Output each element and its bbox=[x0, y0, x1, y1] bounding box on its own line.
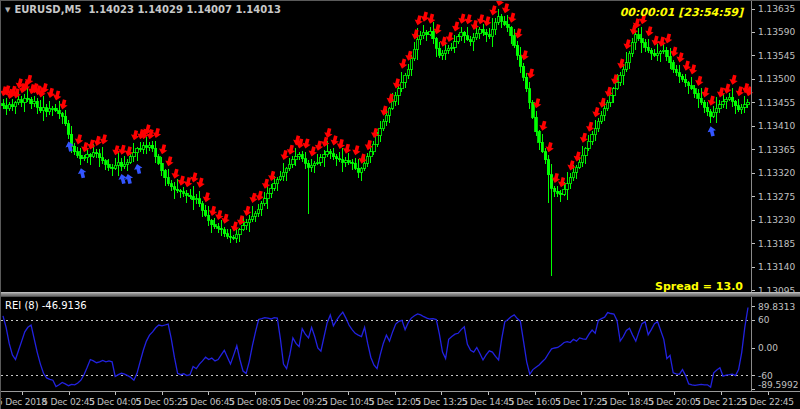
sell-signal-arrow-icon bbox=[501, 3, 512, 15]
sell-signal-arrow-icon bbox=[688, 64, 699, 76]
sell-signal-arrow-icon bbox=[152, 127, 163, 139]
buy-signal-arrow-icon bbox=[133, 163, 144, 175]
time-label: 5 Dec 22:45 bbox=[741, 397, 794, 407]
sell-signal-arrow-icon bbox=[117, 144, 128, 156]
sell-signal-arrow-icon bbox=[158, 144, 169, 156]
time-tick bbox=[581, 392, 582, 395]
sell-signal-arrow-icon bbox=[170, 168, 181, 180]
time-label: 5 Dec 21:25 bbox=[695, 397, 748, 407]
indicator-label: REI (8) -46.9136 bbox=[5, 300, 87, 311]
time-tick bbox=[628, 392, 629, 395]
time-tick bbox=[768, 392, 769, 395]
sell-signal-arrow-icon bbox=[706, 95, 717, 107]
sell-signal-arrow-icon bbox=[80, 141, 91, 153]
chart-title: ▼EURUSD,M51.14023 1.14029 1.14007 1.1401… bbox=[5, 4, 281, 15]
time-tick bbox=[115, 392, 116, 395]
time-label: 5 Dec 17:25 bbox=[555, 397, 608, 407]
time-tick bbox=[488, 392, 489, 395]
buy-signal-arrow-icon bbox=[77, 167, 88, 179]
time-tick bbox=[162, 392, 163, 395]
sell-signal-arrow-icon bbox=[342, 143, 353, 155]
chart-window: 1.136351.135901.135451.135001.134551.134… bbox=[0, 0, 800, 409]
symbol-period-label: EURUSD,M5 bbox=[14, 4, 81, 15]
time-label: 5 Dec 10:45 bbox=[322, 397, 375, 407]
sell-signal-arrow-icon bbox=[286, 144, 297, 156]
sell-signal-arrow-icon bbox=[694, 75, 705, 87]
time-label: 5 Dec 08:05 bbox=[229, 397, 282, 407]
chevron-down-icon[interactable]: ▼ bbox=[5, 6, 10, 14]
rei-indicator-panel[interactable]: 89.8313600.00-60-89.5992 bbox=[1, 297, 800, 391]
ohlc-quote: 1.14023 1.14029 1.14007 1.14013 bbox=[88, 4, 281, 15]
price-axis[interactable] bbox=[752, 1, 800, 391]
time-tick bbox=[22, 392, 23, 395]
sell-signal-arrow-icon bbox=[669, 46, 680, 58]
time-label: 5 Dec 09:25 bbox=[275, 397, 328, 407]
buy-signal-arrow-icon bbox=[706, 125, 717, 137]
time-label: 5 Dec 18:45 bbox=[601, 397, 654, 407]
time-tick bbox=[395, 392, 396, 395]
sell-signal-arrow-icon bbox=[189, 172, 200, 184]
sell-signal-arrow-icon bbox=[451, 21, 462, 33]
sell-signal-arrow-icon bbox=[398, 58, 409, 70]
candle-timer: 00:00:01 [23:54:59] bbox=[620, 6, 743, 19]
sell-signal-arrow-icon bbox=[220, 213, 231, 225]
sell-signal-arrow-icon bbox=[74, 134, 85, 146]
sell-signal-arrow-icon bbox=[164, 156, 175, 168]
time-label: 5 Dec 13:25 bbox=[415, 397, 468, 407]
time-label: 5 Dec 04:05 bbox=[89, 397, 142, 407]
time-label: 5 Dec 2018 bbox=[0, 397, 47, 407]
time-label: 5 Dec 02:45 bbox=[42, 397, 95, 407]
sell-signal-arrow-icon bbox=[52, 90, 63, 102]
time-label: 5 Dec 12:05 bbox=[368, 397, 421, 407]
sell-signal-arrow-icon bbox=[201, 192, 212, 204]
sell-signal-arrow-icon bbox=[650, 35, 661, 47]
time-axis[interactable]: 5 Dec 20185 Dec 02:455 Dec 04:055 Dec 05… bbox=[1, 392, 800, 409]
time-tick bbox=[674, 392, 675, 395]
time-tick bbox=[255, 392, 256, 395]
time-label: 5 Dec 05:25 bbox=[135, 397, 188, 407]
time-tick bbox=[348, 392, 349, 395]
sell-signal-arrow-icon bbox=[734, 86, 745, 98]
sell-signal-arrow-icon bbox=[242, 205, 253, 217]
time-tick bbox=[535, 392, 536, 395]
sell-signal-arrow-icon bbox=[58, 99, 69, 111]
sell-signal-arrow-icon bbox=[488, 5, 499, 17]
sell-signal-arrow-icon bbox=[644, 26, 655, 38]
time-label: 5 Dec 20:05 bbox=[648, 397, 701, 407]
sell-signal-arrow-icon bbox=[700, 87, 711, 99]
panel-splitter[interactable] bbox=[1, 292, 800, 297]
time-tick bbox=[208, 392, 209, 395]
time-tick bbox=[721, 392, 722, 395]
sell-signal-arrow-icon bbox=[176, 175, 187, 187]
sell-signal-arrow-icon bbox=[99, 134, 110, 146]
main-chart[interactable]: 1.136351.135901.135451.135001.134551.134… bbox=[1, 1, 800, 292]
time-label: 5 Dec 14:45 bbox=[462, 397, 515, 407]
sell-signal-arrow-icon bbox=[507, 12, 518, 24]
time-label: 5 Dec 06:45 bbox=[182, 397, 235, 407]
sell-signal-arrow-icon bbox=[445, 31, 456, 43]
time-tick bbox=[302, 392, 303, 395]
sell-signal-arrow-icon bbox=[538, 120, 549, 132]
sell-signal-arrow-icon bbox=[351, 145, 362, 157]
sell-signal-arrow-icon bbox=[728, 74, 739, 86]
time-tick bbox=[69, 392, 70, 395]
time-tick bbox=[441, 392, 442, 395]
time-label: 5 Dec 16:05 bbox=[508, 397, 561, 407]
